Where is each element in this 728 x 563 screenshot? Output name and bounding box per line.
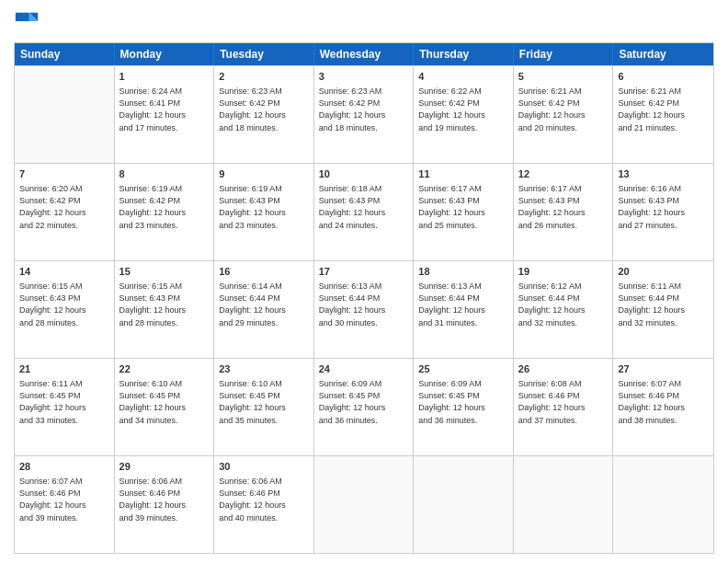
day-cell: 30Sunrise: 6:06 AM Sunset: 6:46 PM Dayli… xyxy=(214,456,314,553)
day-cell: 6Sunrise: 6:21 AM Sunset: 6:42 PM Daylig… xyxy=(613,66,713,163)
day-cell xyxy=(314,456,415,553)
day-info: Sunrise: 6:10 AM Sunset: 6:45 PM Dayligh… xyxy=(219,378,309,426)
day-cell: 23Sunrise: 6:10 AM Sunset: 6:45 PM Dayli… xyxy=(214,359,314,455)
day-info: Sunrise: 6:23 AM Sunset: 6:42 PM Dayligh… xyxy=(219,86,309,133)
day-info: Sunrise: 6:06 AM Sunset: 6:46 PM Dayligh… xyxy=(119,476,210,523)
day-info: Sunrise: 6:07 AM Sunset: 6:46 PM Dayligh… xyxy=(19,476,109,523)
day-cell: 14Sunrise: 6:15 AM Sunset: 6:43 PM Dayli… xyxy=(15,261,115,358)
day-number: 1 xyxy=(119,70,210,84)
day-number: 7 xyxy=(19,167,109,181)
day-info: Sunrise: 6:11 AM Sunset: 6:45 PM Dayligh… xyxy=(19,378,109,426)
day-info: Sunrise: 6:23 AM Sunset: 6:42 PM Dayligh… xyxy=(319,86,409,133)
day-cell: 7Sunrise: 6:20 AM Sunset: 6:42 PM Daylig… xyxy=(15,164,115,260)
day-number: 9 xyxy=(219,167,309,181)
day-cell: 4Sunrise: 6:22 AM Sunset: 6:42 PM Daylig… xyxy=(414,66,514,163)
day-info: Sunrise: 6:19 AM Sunset: 6:42 PM Dayligh… xyxy=(119,183,210,231)
day-number: 15 xyxy=(119,265,210,279)
week-row-4: 21Sunrise: 6:11 AM Sunset: 6:45 PM Dayli… xyxy=(15,358,713,455)
day-number: 3 xyxy=(319,70,409,84)
day-cell: 17Sunrise: 6:13 AM Sunset: 6:44 PM Dayli… xyxy=(314,261,415,358)
day-info: Sunrise: 6:24 AM Sunset: 6:41 PM Dayligh… xyxy=(119,86,210,133)
day-info: Sunrise: 6:09 AM Sunset: 6:45 PM Dayligh… xyxy=(418,378,508,426)
page: SundayMondayTuesdayWednesdayThursdayFrid… xyxy=(0,0,728,563)
day-cell: 3Sunrise: 6:23 AM Sunset: 6:42 PM Daylig… xyxy=(314,66,415,163)
day-cell: 9Sunrise: 6:19 AM Sunset: 6:43 PM Daylig… xyxy=(214,164,314,260)
day-info: Sunrise: 6:11 AM Sunset: 6:44 PM Dayligh… xyxy=(618,281,709,328)
svg-rect-2 xyxy=(16,13,29,21)
header-cell-sunday: Sunday xyxy=(15,43,115,65)
day-info: Sunrise: 6:15 AM Sunset: 6:43 PM Dayligh… xyxy=(19,281,109,328)
header-cell-wednesday: Wednesday xyxy=(314,43,415,65)
day-cell: 15Sunrise: 6:15 AM Sunset: 6:43 PM Dayli… xyxy=(115,261,215,358)
day-cell: 26Sunrise: 6:08 AM Sunset: 6:46 PM Dayli… xyxy=(514,359,614,455)
day-info: Sunrise: 6:13 AM Sunset: 6:44 PM Dayligh… xyxy=(418,281,508,328)
day-info: Sunrise: 6:09 AM Sunset: 6:45 PM Dayligh… xyxy=(319,378,409,426)
day-info: Sunrise: 6:19 AM Sunset: 6:43 PM Dayligh… xyxy=(219,183,309,231)
day-number: 29 xyxy=(119,460,210,474)
day-cell: 10Sunrise: 6:18 AM Sunset: 6:43 PM Dayli… xyxy=(314,164,415,260)
day-info: Sunrise: 6:21 AM Sunset: 6:42 PM Dayligh… xyxy=(518,86,609,133)
day-cell xyxy=(414,456,514,553)
day-number: 30 xyxy=(219,460,309,474)
header-cell-friday: Friday xyxy=(514,43,614,65)
header-cell-saturday: Saturday xyxy=(613,43,713,65)
day-number: 17 xyxy=(319,265,409,279)
day-number: 21 xyxy=(19,362,109,376)
day-number: 23 xyxy=(219,362,309,376)
day-number: 19 xyxy=(518,265,609,279)
day-number: 26 xyxy=(518,362,609,376)
calendar: SundayMondayTuesdayWednesdayThursdayFrid… xyxy=(14,42,714,554)
day-cell: 25Sunrise: 6:09 AM Sunset: 6:45 PM Dayli… xyxy=(414,359,514,455)
day-info: Sunrise: 6:20 AM Sunset: 6:42 PM Dayligh… xyxy=(19,183,109,231)
day-number: 16 xyxy=(219,265,309,279)
day-cell: 29Sunrise: 6:06 AM Sunset: 6:46 PM Dayli… xyxy=(115,456,215,553)
day-cell: 12Sunrise: 6:17 AM Sunset: 6:43 PM Dayli… xyxy=(514,164,614,260)
day-number: 28 xyxy=(19,460,109,474)
day-info: Sunrise: 6:13 AM Sunset: 6:44 PM Dayligh… xyxy=(319,281,409,328)
day-info: Sunrise: 6:17 AM Sunset: 6:43 PM Dayligh… xyxy=(518,183,609,231)
day-number: 22 xyxy=(119,362,210,376)
day-number: 27 xyxy=(618,362,709,376)
day-info: Sunrise: 6:08 AM Sunset: 6:46 PM Dayligh… xyxy=(518,378,609,426)
logo xyxy=(14,9,43,35)
day-cell: 16Sunrise: 6:14 AM Sunset: 6:44 PM Dayli… xyxy=(214,261,314,358)
day-cell xyxy=(15,66,115,163)
day-info: Sunrise: 6:10 AM Sunset: 6:45 PM Dayligh… xyxy=(119,378,210,426)
day-cell xyxy=(514,456,614,553)
day-number: 11 xyxy=(418,167,508,181)
calendar-header-row: SundayMondayTuesdayWednesdayThursdayFrid… xyxy=(15,43,713,65)
day-number: 13 xyxy=(618,167,709,181)
day-number: 25 xyxy=(418,362,508,376)
day-cell: 28Sunrise: 6:07 AM Sunset: 6:46 PM Dayli… xyxy=(15,456,115,553)
day-cell: 18Sunrise: 6:13 AM Sunset: 6:44 PM Dayli… xyxy=(414,261,514,358)
day-info: Sunrise: 6:14 AM Sunset: 6:44 PM Dayligh… xyxy=(219,281,309,328)
day-number: 5 xyxy=(518,70,609,84)
week-row-1: 1Sunrise: 6:24 AM Sunset: 6:41 PM Daylig… xyxy=(15,65,713,163)
day-cell xyxy=(613,456,713,553)
day-info: Sunrise: 6:06 AM Sunset: 6:46 PM Dayligh… xyxy=(219,476,309,523)
day-info: Sunrise: 6:22 AM Sunset: 6:42 PM Dayligh… xyxy=(418,86,508,133)
calendar-body: 1Sunrise: 6:24 AM Sunset: 6:41 PM Daylig… xyxy=(15,65,713,553)
day-cell: 1Sunrise: 6:24 AM Sunset: 6:41 PM Daylig… xyxy=(115,66,215,163)
day-cell: 21Sunrise: 6:11 AM Sunset: 6:45 PM Dayli… xyxy=(15,359,115,455)
day-number: 20 xyxy=(618,265,709,279)
day-number: 18 xyxy=(418,265,508,279)
logo-icon xyxy=(14,9,40,35)
day-number: 8 xyxy=(119,167,210,181)
header-cell-tuesday: Tuesday xyxy=(214,43,314,65)
day-cell: 2Sunrise: 6:23 AM Sunset: 6:42 PM Daylig… xyxy=(214,66,314,163)
day-number: 24 xyxy=(319,362,409,376)
week-row-2: 7Sunrise: 6:20 AM Sunset: 6:42 PM Daylig… xyxy=(15,163,713,260)
week-row-5: 28Sunrise: 6:07 AM Sunset: 6:46 PM Dayli… xyxy=(15,455,713,553)
day-cell: 24Sunrise: 6:09 AM Sunset: 6:45 PM Dayli… xyxy=(314,359,415,455)
day-number: 4 xyxy=(418,70,508,84)
day-cell: 27Sunrise: 6:07 AM Sunset: 6:46 PM Dayli… xyxy=(613,359,713,455)
day-info: Sunrise: 6:17 AM Sunset: 6:43 PM Dayligh… xyxy=(418,183,508,231)
day-info: Sunrise: 6:18 AM Sunset: 6:43 PM Dayligh… xyxy=(319,183,409,231)
day-cell: 8Sunrise: 6:19 AM Sunset: 6:42 PM Daylig… xyxy=(115,164,215,260)
day-cell: 13Sunrise: 6:16 AM Sunset: 6:43 PM Dayli… xyxy=(613,164,713,260)
day-number: 14 xyxy=(19,265,109,279)
day-info: Sunrise: 6:07 AM Sunset: 6:46 PM Dayligh… xyxy=(618,378,709,426)
day-info: Sunrise: 6:21 AM Sunset: 6:42 PM Dayligh… xyxy=(618,86,709,133)
day-info: Sunrise: 6:15 AM Sunset: 6:43 PM Dayligh… xyxy=(119,281,210,328)
